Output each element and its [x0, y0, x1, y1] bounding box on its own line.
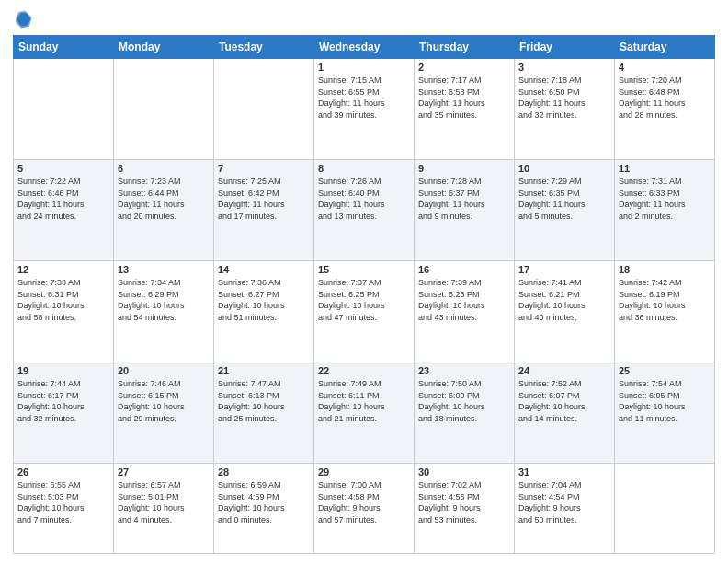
calendar-cell: 26Sunrise: 6:55 AM Sunset: 5:03 PM Dayli…: [14, 464, 114, 554]
calendar-cell: 20Sunrise: 7:46 AM Sunset: 6:15 PM Dayli…: [114, 362, 214, 464]
day-number: 19: [17, 365, 109, 376]
calendar-cell: 6Sunrise: 7:23 AM Sunset: 6:44 PM Daylig…: [114, 160, 214, 261]
calendar-cell: 4Sunrise: 7:20 AM Sunset: 6:48 PM Daylig…: [615, 59, 715, 160]
day-info: Sunrise: 7:50 AM Sunset: 6:09 PM Dayligh…: [418, 378, 510, 424]
calendar-cell: 13Sunrise: 7:34 AM Sunset: 6:29 PM Dayli…: [114, 261, 214, 362]
header: [13, 9, 715, 29]
day-number: 21: [218, 365, 310, 376]
calendar-cell: 25Sunrise: 7:54 AM Sunset: 6:05 PM Dayli…: [615, 362, 715, 464]
calendar-cell: 29Sunrise: 7:00 AM Sunset: 4:58 PM Dayli…: [314, 464, 415, 554]
header-tuesday: Tuesday: [214, 36, 314, 59]
day-info: Sunrise: 7:44 AM Sunset: 6:17 PM Dayligh…: [17, 378, 109, 424]
calendar-cell: 8Sunrise: 7:26 AM Sunset: 6:40 PM Daylig…: [314, 160, 415, 261]
calendar-cell: 18Sunrise: 7:42 AM Sunset: 6:19 PM Dayli…: [615, 261, 715, 362]
day-number: 23: [418, 365, 510, 376]
day-number: 20: [118, 365, 210, 376]
logo-icon: [13, 9, 33, 29]
day-info: Sunrise: 7:49 AM Sunset: 6:11 PM Dayligh…: [318, 378, 410, 424]
day-number: 30: [418, 466, 510, 477]
day-info: Sunrise: 7:22 AM Sunset: 6:46 PM Dayligh…: [17, 176, 109, 222]
calendar-week-row: 19Sunrise: 7:44 AM Sunset: 6:17 PM Dayli…: [14, 362, 715, 464]
calendar-cell: [214, 59, 314, 160]
day-info: Sunrise: 7:37 AM Sunset: 6:25 PM Dayligh…: [318, 277, 410, 323]
day-info: Sunrise: 7:25 AM Sunset: 6:42 PM Dayligh…: [218, 176, 310, 222]
day-info: Sunrise: 7:54 AM Sunset: 6:05 PM Dayligh…: [619, 378, 711, 424]
header-saturday: Saturday: [615, 36, 715, 59]
page: Sunday Monday Tuesday Wednesday Thursday…: [0, 0, 728, 563]
day-number: 29: [318, 466, 410, 477]
day-number: 10: [518, 163, 610, 174]
day-info: Sunrise: 7:41 AM Sunset: 6:21 PM Dayligh…: [518, 277, 610, 323]
calendar-cell: 30Sunrise: 7:02 AM Sunset: 4:56 PM Dayli…: [415, 464, 515, 554]
day-number: 7: [218, 163, 310, 174]
calendar-cell: 3Sunrise: 7:18 AM Sunset: 6:50 PM Daylig…: [515, 59, 615, 160]
calendar-cell: 1Sunrise: 7:15 AM Sunset: 6:55 PM Daylig…: [314, 59, 415, 160]
day-number: 17: [518, 264, 610, 275]
day-number: 5: [17, 163, 109, 174]
day-number: 22: [318, 365, 410, 376]
day-number: 3: [518, 62, 610, 73]
day-number: 2: [418, 62, 510, 73]
calendar-week-row: 1Sunrise: 7:15 AM Sunset: 6:55 PM Daylig…: [14, 59, 715, 160]
day-number: 6: [118, 163, 210, 174]
day-number: 31: [518, 466, 610, 477]
day-info: Sunrise: 7:39 AM Sunset: 6:23 PM Dayligh…: [418, 277, 510, 323]
day-info: Sunrise: 7:42 AM Sunset: 6:19 PM Dayligh…: [619, 277, 711, 323]
calendar-cell: 19Sunrise: 7:44 AM Sunset: 6:17 PM Dayli…: [14, 362, 114, 464]
day-info: Sunrise: 7:17 AM Sunset: 6:53 PM Dayligh…: [418, 75, 510, 121]
calendar-cell: 24Sunrise: 7:52 AM Sunset: 6:07 PM Dayli…: [515, 362, 615, 464]
calendar-cell: 9Sunrise: 7:28 AM Sunset: 6:37 PM Daylig…: [415, 160, 515, 261]
day-number: 4: [619, 62, 711, 73]
day-info: Sunrise: 7:02 AM Sunset: 4:56 PM Dayligh…: [418, 479, 510, 525]
calendar-cell: 12Sunrise: 7:33 AM Sunset: 6:31 PM Dayli…: [14, 261, 114, 362]
day-info: Sunrise: 7:36 AM Sunset: 6:27 PM Dayligh…: [218, 277, 310, 323]
calendar-cell: 15Sunrise: 7:37 AM Sunset: 6:25 PM Dayli…: [314, 261, 415, 362]
header-friday: Friday: [515, 36, 615, 59]
day-info: Sunrise: 7:26 AM Sunset: 6:40 PM Dayligh…: [318, 176, 410, 222]
calendar-week-row: 5Sunrise: 7:22 AM Sunset: 6:46 PM Daylig…: [14, 160, 715, 261]
calendar-cell: 14Sunrise: 7:36 AM Sunset: 6:27 PM Dayli…: [214, 261, 314, 362]
day-info: Sunrise: 7:23 AM Sunset: 6:44 PM Dayligh…: [118, 176, 210, 222]
calendar-cell: 27Sunrise: 6:57 AM Sunset: 5:01 PM Dayli…: [114, 464, 214, 554]
logo: [13, 9, 37, 29]
calendar-cell: [114, 59, 214, 160]
day-info: Sunrise: 7:46 AM Sunset: 6:15 PM Dayligh…: [118, 378, 210, 424]
day-info: Sunrise: 7:29 AM Sunset: 6:35 PM Dayligh…: [518, 176, 610, 222]
day-info: Sunrise: 7:00 AM Sunset: 4:58 PM Dayligh…: [318, 479, 410, 525]
day-info: Sunrise: 7:28 AM Sunset: 6:37 PM Dayligh…: [418, 176, 510, 222]
day-info: Sunrise: 7:18 AM Sunset: 6:50 PM Dayligh…: [518, 75, 610, 121]
header-monday: Monday: [114, 36, 214, 59]
day-number: 1: [318, 62, 410, 73]
calendar-cell: 31Sunrise: 7:04 AM Sunset: 4:54 PM Dayli…: [515, 464, 615, 554]
day-number: 26: [17, 466, 109, 477]
day-info: Sunrise: 7:20 AM Sunset: 6:48 PM Dayligh…: [619, 75, 711, 121]
calendar-cell: [615, 464, 715, 554]
calendar-cell: 17Sunrise: 7:41 AM Sunset: 6:21 PM Dayli…: [515, 261, 615, 362]
calendar-cell: 11Sunrise: 7:31 AM Sunset: 6:33 PM Dayli…: [615, 160, 715, 261]
calendar-week-row: 12Sunrise: 7:33 AM Sunset: 6:31 PM Dayli…: [14, 261, 715, 362]
calendar-cell: 7Sunrise: 7:25 AM Sunset: 6:42 PM Daylig…: [214, 160, 314, 261]
day-number: 14: [218, 264, 310, 275]
day-number: 15: [318, 264, 410, 275]
day-info: Sunrise: 7:33 AM Sunset: 6:31 PM Dayligh…: [17, 277, 109, 323]
header-wednesday: Wednesday: [314, 36, 415, 59]
calendar-cell: 28Sunrise: 6:59 AM Sunset: 4:59 PM Dayli…: [214, 464, 314, 554]
calendar-cell: 22Sunrise: 7:49 AM Sunset: 6:11 PM Dayli…: [314, 362, 415, 464]
day-info: Sunrise: 7:47 AM Sunset: 6:13 PM Dayligh…: [218, 378, 310, 424]
calendar-cell: [14, 59, 114, 160]
calendar-cell: 10Sunrise: 7:29 AM Sunset: 6:35 PM Dayli…: [515, 160, 615, 261]
header-thursday: Thursday: [415, 36, 515, 59]
day-info: Sunrise: 6:59 AM Sunset: 4:59 PM Dayligh…: [218, 479, 310, 525]
day-info: Sunrise: 7:15 AM Sunset: 6:55 PM Dayligh…: [318, 75, 410, 121]
header-sunday: Sunday: [14, 36, 114, 59]
calendar-cell: 5Sunrise: 7:22 AM Sunset: 6:46 PM Daylig…: [14, 160, 114, 261]
day-info: Sunrise: 6:55 AM Sunset: 5:03 PM Dayligh…: [17, 479, 109, 525]
day-info: Sunrise: 7:04 AM Sunset: 4:54 PM Dayligh…: [518, 479, 610, 525]
day-number: 11: [619, 163, 711, 174]
calendar-header-row: Sunday Monday Tuesday Wednesday Thursday…: [14, 36, 715, 59]
calendar-week-row: 26Sunrise: 6:55 AM Sunset: 5:03 PM Dayli…: [14, 464, 715, 554]
day-number: 24: [518, 365, 610, 376]
calendar-table: Sunday Monday Tuesday Wednesday Thursday…: [13, 35, 715, 554]
day-number: 28: [218, 466, 310, 477]
day-info: Sunrise: 7:34 AM Sunset: 6:29 PM Dayligh…: [118, 277, 210, 323]
